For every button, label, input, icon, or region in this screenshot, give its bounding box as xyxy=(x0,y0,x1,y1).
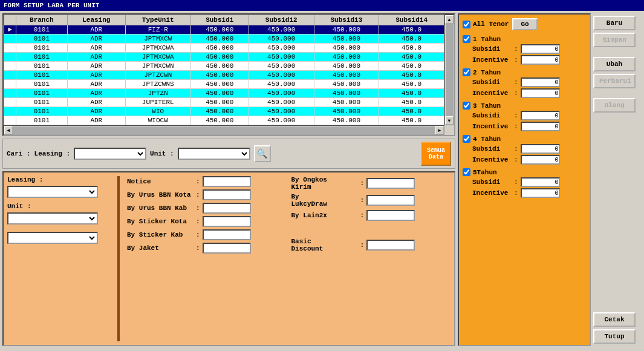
row-typeunit: JPTZCWN xyxy=(125,71,190,80)
row-leasing: ADR xyxy=(67,80,125,89)
sticker-kota-input[interactable] xyxy=(203,216,251,227)
form-col-fields2: By OngkosKirim : ByLukcyDraw : By Lain2x… xyxy=(291,176,451,341)
search-icon: 🔍 xyxy=(257,149,267,159)
horizontal-scrollbar[interactable]: ◄ ► xyxy=(4,125,444,135)
form-unit-label: Unit : xyxy=(7,203,110,210)
ulang-button[interactable]: Ulang xyxy=(593,98,636,113)
notice-input[interactable] xyxy=(203,176,251,187)
scroll-up-btn[interactable]: ▲ xyxy=(445,15,454,24)
tenor1-checkbox[interactable] xyxy=(463,35,470,43)
row-leasing: ADR xyxy=(67,34,125,44)
perbarui-button[interactable]: Perbarui xyxy=(593,74,636,88)
row-indicator xyxy=(4,53,16,62)
scroll-left-btn[interactable]: ◄ xyxy=(4,126,13,134)
ongkos-input[interactable] xyxy=(366,178,415,189)
tenor1-incentive-input[interactable] xyxy=(521,55,560,65)
tenor4-incentive-input[interactable] xyxy=(521,155,560,165)
tenor3-subsidi-row: Subsidi : xyxy=(472,111,586,120)
tenor5-incentive-input[interactable] xyxy=(521,188,560,198)
tenor3-checkbox[interactable] xyxy=(463,102,470,110)
row-leasing: ADR xyxy=(67,62,125,71)
row-subsidi3: 450.000 xyxy=(314,89,379,98)
tenor1-title: 1 Tahun xyxy=(473,36,501,43)
scroll-down-btn[interactable]: ▼ xyxy=(445,116,454,125)
cetak-button[interactable]: Cetak xyxy=(593,312,636,327)
tutup-button[interactable]: Tutup xyxy=(593,329,636,344)
table-row[interactable]: 0101ADRJPTZN450.000450.000450.000450.0 xyxy=(4,89,444,98)
table-row[interactable]: 0101ADRJPTZCWNS450.000450.000450.000450.… xyxy=(4,80,444,89)
table-row[interactable]: 0101ADRJPTZCWN450.000450.000450.000450.0 xyxy=(4,71,444,80)
all-tenor-checkbox[interactable] xyxy=(463,21,470,28)
table-row[interactable]: 0101ADRWIOCW450.000450.000450.000450.0 xyxy=(4,116,444,125)
row-subsidi3: 450.000 xyxy=(314,80,379,89)
row-branch: 0101 xyxy=(16,107,68,116)
action-buttons: Baru Simpan Ubah Perbarui Ulang Cetak Tu… xyxy=(593,13,642,346)
lucky-label: ByLukcyDraw xyxy=(291,193,358,208)
tenor2-checkbox[interactable] xyxy=(463,68,470,76)
sticker-kab-input[interactable] xyxy=(203,229,251,240)
form-leasing-combo[interactable] xyxy=(7,186,98,198)
go-button[interactable]: Go xyxy=(512,18,537,30)
table-row[interactable]: 0101ADRJPTMXCWA450.000450.000450.000450.… xyxy=(4,44,444,53)
hscroll-track[interactable] xyxy=(13,126,435,134)
tenor2-incentive-input[interactable] xyxy=(521,88,560,98)
row-subsidi2: 450.000 xyxy=(249,25,314,34)
tenor5-subsidi-input[interactable] xyxy=(521,177,560,187)
scroll-right-btn[interactable]: ► xyxy=(435,126,444,134)
bbn-kab-input[interactable] xyxy=(203,203,251,214)
row-indicator xyxy=(4,116,16,125)
row-indicator xyxy=(4,89,16,98)
lucky-input[interactable] xyxy=(366,195,415,206)
form-small-combo[interactable] xyxy=(7,232,98,244)
col-subsidi4: Subsidi4 xyxy=(379,15,444,25)
tenor3-subsidi-input[interactable] xyxy=(521,111,560,120)
tenor1-subsidi-input[interactable] xyxy=(521,44,560,54)
simpan-button[interactable]: Simpan xyxy=(593,33,636,47)
right-outer: All Tenor Go 1 Tahun Subsidi : Incentive… xyxy=(458,13,642,346)
search-row: Leasing : Unit : 🔍 xyxy=(34,145,271,162)
row-subsidi4: 450.0 xyxy=(379,53,444,62)
form-bbn-kab-group: By Urus BBN Kab : xyxy=(127,203,287,214)
tenor3-subsidi-label: Subsidi xyxy=(472,112,512,119)
baru-button[interactable]: Baru xyxy=(593,16,636,30)
bbn-kota-label: By Urus BBN Kota xyxy=(127,191,194,198)
tenor5-section: 5Tahun Subsidi : Incentive : xyxy=(463,168,586,199)
row-subsidi3: 450.000 xyxy=(314,116,379,125)
tenor3-section: 3 Tahun Subsidi : Incentive : xyxy=(463,102,586,133)
tenor4-subsidi-input[interactable] xyxy=(521,144,560,154)
table-row[interactable]: ►0101ADRFIZ-R450.000450.000450.000450.0 xyxy=(4,25,444,34)
row-typeunit: FIZ-R xyxy=(125,25,190,34)
table-row[interactable]: 0101ADRJPTMXCWA450.000450.000450.000450.… xyxy=(4,53,444,62)
table-row[interactable]: 0101ADRJUPITERL450.000450.000450.000450.… xyxy=(4,98,444,107)
tenor2-section: 2 Tahun Subsidi : Incentive : xyxy=(463,68,586,99)
row-typeunit: JPTMXCW xyxy=(125,34,190,44)
table-row[interactable]: 0101ADRJPTMXCW450.000450.000450.000450.0 xyxy=(4,34,444,44)
tenor5-checkbox[interactable] xyxy=(463,168,470,176)
tenor3-incentive-input[interactable] xyxy=(521,122,560,131)
tenor2-subsidi-input[interactable] xyxy=(521,77,560,87)
lain-input[interactable] xyxy=(366,210,415,221)
bbn-kota-input[interactable] xyxy=(203,189,251,200)
all-tenor-checkbox-label[interactable]: All Tenor xyxy=(463,21,509,28)
search-leasing-combo[interactable] xyxy=(74,148,146,160)
row-indicator xyxy=(4,34,16,44)
vertical-scrollbar[interactable]: ▲ ▼ xyxy=(444,15,454,125)
ubah-button[interactable]: Ubah xyxy=(593,57,636,71)
tenor2-incentive-row: Incentive : xyxy=(472,88,586,98)
row-typeunit: WIO xyxy=(125,107,190,116)
table-row[interactable]: 0101ADRWIO450.000450.000450.000450.0 xyxy=(4,107,444,116)
form-sticker-kab-group: By Sticker Kab : xyxy=(127,229,287,240)
table-row[interactable]: 0101ADRJPTMXCWN450.000450.000450.000450.… xyxy=(4,62,444,71)
tenor1-subsidi-label: Subsidi xyxy=(472,45,512,53)
row-subsidi2: 450.000 xyxy=(249,34,314,44)
form-lain-group: By Lain2x : xyxy=(291,210,451,221)
search-unit-combo[interactable] xyxy=(178,148,250,160)
basic-discount-input[interactable] xyxy=(366,240,415,251)
search-button[interactable]: 🔍 xyxy=(254,145,271,162)
tenor4-checkbox[interactable] xyxy=(463,135,470,143)
scroll-track[interactable] xyxy=(446,24,453,116)
semua-data-button[interactable]: SemuaData xyxy=(421,142,451,166)
tenor4-title: 4 Tahun xyxy=(473,136,501,143)
form-unit-combo[interactable] xyxy=(7,212,98,225)
jaket-input[interactable] xyxy=(203,243,251,254)
